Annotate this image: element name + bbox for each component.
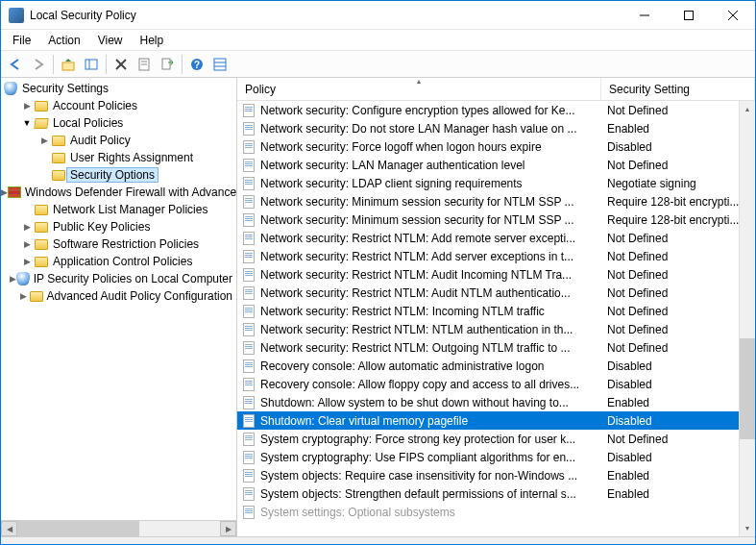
back-button[interactable] bbox=[5, 54, 26, 75]
minimize-button[interactable] bbox=[622, 1, 667, 30]
menu-help[interactable]: Help bbox=[133, 32, 172, 49]
tree-node[interactable]: User Rights Assignment bbox=[1, 149, 236, 166]
column-header-setting[interactable]: Security Setting bbox=[601, 78, 755, 100]
tree-node-label: Advanced Audit Policy Configuration bbox=[47, 289, 232, 303]
policy-item-icon bbox=[241, 267, 256, 283]
tree-node[interactable]: ▶Public Key Policies bbox=[1, 218, 236, 235]
list-vertical-scrollbar[interactable]: ▴ ▾ bbox=[739, 101, 755, 536]
scroll-up-arrow[interactable]: ▴ bbox=[740, 101, 755, 117]
policy-row[interactable]: System objects: Require case insensitivi… bbox=[237, 466, 755, 484]
scroll-right-arrow[interactable]: ▶ bbox=[220, 521, 236, 536]
tree-node-label: Security Options bbox=[66, 167, 159, 183]
expand-icon[interactable]: ▶ bbox=[1, 186, 8, 199]
list-body[interactable]: Network security: Configure encryption t… bbox=[237, 101, 755, 536]
scroll-thumb[interactable] bbox=[17, 521, 139, 536]
tree-node-label: Network List Manager Policies bbox=[53, 203, 207, 216]
policy-row[interactable]: Network security: Restrict NTLM: NTLM au… bbox=[237, 320, 755, 338]
tree-node[interactable]: Security Options bbox=[1, 166, 236, 184]
setting-cell: Disabled bbox=[601, 140, 755, 154]
tree-node-label: User Rights Assignment bbox=[70, 151, 193, 164]
policy-row[interactable]: Network security: Force logoff when logo… bbox=[237, 137, 755, 156]
scroll-down-arrow[interactable]: ▾ bbox=[740, 520, 755, 536]
expand-icon[interactable]: ▶ bbox=[20, 237, 34, 251]
policy-row[interactable]: Shutdown: Allow system to be shut down w… bbox=[237, 393, 755, 411]
scroll-track[interactable] bbox=[740, 117, 755, 520]
policy-row[interactable]: Network security: Restrict NTLM: Incomin… bbox=[237, 302, 755, 320]
setting-cell: Not Defined bbox=[601, 104, 755, 117]
close-button[interactable] bbox=[711, 1, 755, 30]
up-parent-button[interactable] bbox=[58, 54, 79, 75]
tree-node[interactable]: ▶Account Policies bbox=[1, 97, 236, 114]
show-hide-tree-button[interactable] bbox=[81, 54, 102, 75]
export-button[interactable] bbox=[157, 54, 178, 75]
policy-row[interactable]: System objects: Strengthen default permi… bbox=[237, 484, 755, 503]
tree-horizontal-scrollbar[interactable]: ◀ ▶ bbox=[1, 520, 236, 536]
policy-cell: Network security: Restrict NTLM: Outgoin… bbox=[237, 340, 601, 356]
setting-cell: Not Defined bbox=[601, 286, 755, 300]
setting-cell: Not Defined bbox=[601, 341, 755, 355]
expand-icon[interactable]: ▶ bbox=[17, 289, 29, 303]
tree-node[interactable]: ▶Audit Policy bbox=[1, 132, 236, 149]
window-titlebar: Local Security Policy bbox=[1, 1, 755, 30]
tree-node[interactable]: ▶IP Security Policies on Local Computer bbox=[1, 270, 236, 287]
setting-cell: Not Defined bbox=[601, 305, 755, 318]
tree-node[interactable]: ▶Application Control Policies bbox=[1, 253, 236, 270]
setting-cell: Not Defined bbox=[601, 250, 755, 263]
delete-button[interactable] bbox=[110, 54, 132, 75]
column-header-policy[interactable]: Policy ▴ bbox=[237, 78, 601, 100]
policy-row[interactable]: Network security: Restrict NTLM: Add ser… bbox=[237, 247, 755, 265]
policy-item-icon bbox=[241, 231, 256, 246]
tree-node[interactable]: ▶Software Restriction Policies bbox=[1, 235, 236, 253]
svg-rect-4 bbox=[62, 62, 74, 70]
setting-cell: Disabled bbox=[601, 451, 755, 464]
column-header-policy-label: Policy bbox=[245, 83, 276, 96]
collapse-icon[interactable]: ▼ bbox=[20, 116, 34, 130]
expand-icon[interactable]: ▶ bbox=[37, 134, 51, 147]
policy-row[interactable]: System cryptography: Force strong key pr… bbox=[237, 430, 755, 448]
expander-placeholder bbox=[37, 168, 51, 182]
policy-row[interactable]: Recovery console: Allow floppy copy and … bbox=[237, 375, 755, 393]
policy-row[interactable]: Recovery console: Allow automatic admini… bbox=[237, 357, 755, 375]
policy-row[interactable]: Network security: Minimum session securi… bbox=[237, 192, 755, 211]
policy-row[interactable]: Network security: Restrict NTLM: Audit I… bbox=[237, 265, 755, 284]
tree-node[interactable]: ▶Advanced Audit Policy Configuration bbox=[1, 287, 236, 305]
tree-node[interactable]: ▶Windows Defender Firewall with Advanced… bbox=[1, 184, 236, 201]
expand-icon[interactable]: ▶ bbox=[20, 99, 34, 112]
toolbar: ? bbox=[1, 51, 755, 78]
tree-node[interactable]: ▼Local Policies bbox=[1, 114, 236, 132]
tree-root[interactable]: Security Settings bbox=[1, 80, 236, 97]
scroll-track[interactable] bbox=[17, 521, 220, 536]
menu-file[interactable]: File bbox=[5, 32, 38, 49]
policy-row[interactable]: Network security: Minimum session securi… bbox=[237, 211, 755, 229]
refresh-button[interactable] bbox=[209, 54, 231, 75]
policy-row[interactable]: Network security: Do not store LAN Manag… bbox=[237, 119, 755, 137]
help-button[interactable]: ? bbox=[186, 54, 207, 75]
policy-row[interactable]: Network security: Restrict NTLM: Audit N… bbox=[237, 284, 755, 302]
properties-button[interactable] bbox=[134, 54, 155, 75]
scroll-left-arrow[interactable]: ◀ bbox=[1, 521, 17, 536]
policy-item-icon bbox=[241, 176, 256, 191]
policy-name: Network security: Restrict NTLM: Add rem… bbox=[260, 232, 575, 245]
policy-item-icon bbox=[241, 413, 256, 429]
forward-button[interactable] bbox=[28, 54, 49, 75]
column-header-setting-label: Security Setting bbox=[609, 83, 690, 96]
policy-row[interactable]: Network security: Restrict NTLM: Add rem… bbox=[237, 229, 755, 247]
tree-node[interactable]: Network List Manager Policies bbox=[1, 201, 236, 218]
expand-icon[interactable]: ▶ bbox=[20, 255, 34, 268]
scroll-thumb[interactable] bbox=[740, 338, 755, 439]
policy-item-icon bbox=[241, 359, 256, 374]
menu-view[interactable]: View bbox=[90, 32, 131, 49]
policy-row[interactable]: Network security: Restrict NTLM: Outgoin… bbox=[237, 338, 755, 357]
policy-row[interactable]: Network security: LDAP client signing re… bbox=[237, 174, 755, 192]
maximize-button[interactable] bbox=[667, 1, 711, 30]
policy-row[interactable]: System settings: Optional subsystems bbox=[237, 503, 755, 521]
policy-row[interactable]: System cryptography: Use FIPS compliant … bbox=[237, 448, 755, 466]
policy-row[interactable]: Network security: LAN Manager authentica… bbox=[237, 156, 755, 174]
tree-view[interactable]: Security Settings ▶Account Policies▼Loca… bbox=[1, 78, 236, 520]
grid-icon bbox=[213, 58, 227, 71]
expand-icon[interactable]: ▶ bbox=[10, 272, 16, 285]
expand-icon[interactable]: ▶ bbox=[20, 220, 34, 234]
menu-action[interactable]: Action bbox=[40, 32, 87, 49]
policy-row[interactable]: Network security: Configure encryption t… bbox=[237, 101, 755, 119]
policy-row[interactable]: Shutdown: Clear virtual memory pagefileD… bbox=[237, 411, 755, 430]
